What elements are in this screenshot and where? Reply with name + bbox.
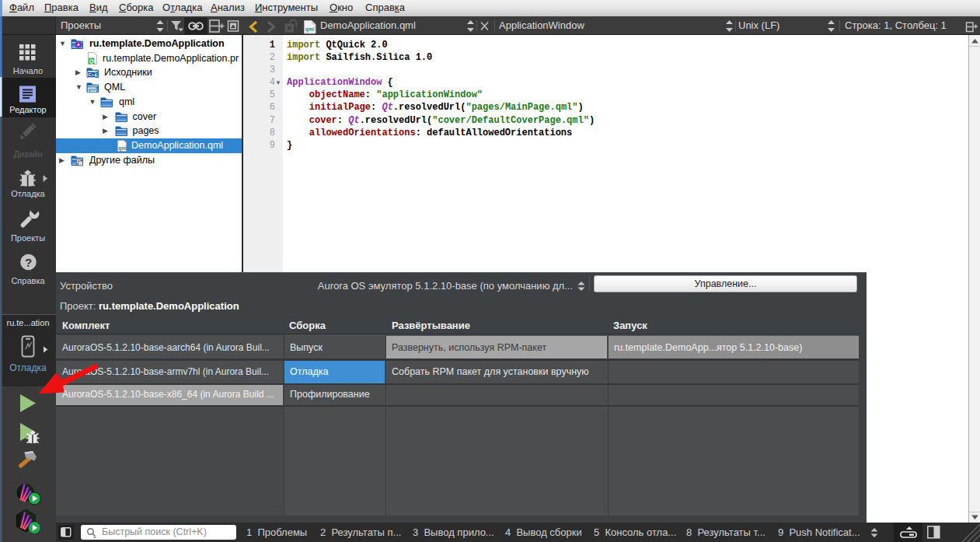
- svg-text:Qt: Qt: [89, 58, 96, 65]
- svg-text:qml: qml: [305, 26, 314, 33]
- svg-text:?: ?: [25, 256, 32, 269]
- svg-text:qml: qml: [118, 145, 127, 151]
- svg-text:qml: qml: [89, 87, 96, 92]
- svg-text:C++: C++: [89, 73, 96, 78]
